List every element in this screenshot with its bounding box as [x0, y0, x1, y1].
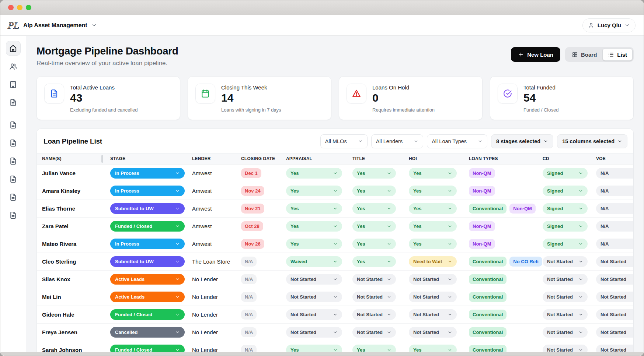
- appraisal-select[interactable]: Not Started: [286, 274, 342, 285]
- appraisal-select[interactable]: Yes: [286, 168, 342, 179]
- hoi-select[interactable]: Not Started: [409, 309, 457, 320]
- appraisal-select[interactable]: Yes: [286, 186, 342, 196]
- filter-8-stages-selected[interactable]: 8 stages selected: [491, 134, 553, 148]
- workspace-switcher[interactable]: PL Alp Asset Management: [6, 19, 97, 32]
- stage-select[interactable]: Submitted to UW: [110, 203, 185, 214]
- stage-select[interactable]: Active Leads: [110, 292, 185, 302]
- hoi-select[interactable]: Yes: [409, 239, 457, 249]
- user-menu[interactable]: Lucy Qiu: [582, 18, 636, 32]
- hoi-select[interactable]: Yes: [409, 168, 457, 179]
- voe-select[interactable]: N/A: [596, 203, 633, 214]
- column-header-closing-date[interactable]: CLOSING DATE: [236, 154, 281, 164]
- column-header-loan-types[interactable]: LOAN TYPES: [464, 154, 537, 164]
- title-select[interactable]: Not Started: [352, 327, 396, 338]
- title-select[interactable]: Yes: [352, 239, 396, 249]
- stage-select[interactable]: In Process: [110, 186, 185, 196]
- chevron-down-icon: [358, 139, 363, 144]
- voe-select[interactable]: N/A: [596, 186, 633, 196]
- cd-select[interactable]: Not Started: [543, 292, 588, 302]
- hoi-select[interactable]: Not Started: [409, 292, 457, 302]
- appraisal-select[interactable]: Yes: [286, 239, 342, 249]
- maximize-window-button[interactable]: [26, 5, 31, 10]
- hoi-select[interactable]: Yes: [409, 186, 457, 196]
- cd-select[interactable]: Not Started: [543, 256, 588, 267]
- sidebar-item-documents-7[interactable]: [6, 208, 21, 222]
- chevron-down-icon: [448, 188, 452, 193]
- sidebar-item-documents-5[interactable]: [6, 172, 21, 186]
- stage-select[interactable]: Cancelled: [110, 327, 185, 338]
- chevron-down-icon: [387, 242, 391, 246]
- title-select[interactable]: Not Started: [352, 292, 396, 302]
- sidebar-item-home[interactable]: [6, 41, 21, 56]
- stage-select[interactable]: Funded / Closed: [110, 221, 185, 232]
- new-loan-button[interactable]: New Loan: [511, 47, 560, 62]
- voe-select[interactable]: N/A: [596, 168, 633, 179]
- list-view-button[interactable]: List: [602, 48, 633, 61]
- appraisal-select[interactable]: Waived: [286, 256, 342, 267]
- filter-all-loan-types[interactable]: All Loan Types: [427, 134, 487, 148]
- filter-15-columns-selected[interactable]: 15 columns selected: [557, 134, 627, 148]
- voe-select[interactable]: Not Started: [596, 309, 633, 320]
- cd-select[interactable]: Signed: [543, 186, 588, 196]
- column-header-appraisal[interactable]: APPRAISAL: [281, 154, 347, 164]
- title-select[interactable]: Yes: [352, 186, 396, 196]
- hoi-select[interactable]: Yes: [409, 203, 457, 214]
- stage-select[interactable]: Active Leads: [110, 274, 185, 285]
- title-select[interactable]: Yes: [352, 256, 396, 267]
- hoi-select[interactable]: Need to Wait: [409, 256, 457, 267]
- column-header-cd[interactable]: CD: [537, 154, 591, 164]
- minimize-window-button[interactable]: [17, 5, 22, 10]
- chevron-down-icon: [387, 259, 391, 264]
- cd-select[interactable]: Signed: [543, 203, 588, 214]
- file-icon: [9, 98, 17, 107]
- board-view-button[interactable]: Board: [566, 48, 602, 61]
- title-select[interactable]: Not Started: [352, 309, 396, 320]
- hoi-select[interactable]: Not Started: [409, 327, 457, 338]
- cd-select[interactable]: Signed: [543, 221, 588, 232]
- cd-select[interactable]: Signed: [543, 239, 588, 249]
- title-select[interactable]: Yes: [352, 221, 396, 232]
- column-header-title[interactable]: TITLE: [347, 154, 404, 164]
- column-header-voe[interactable]: VOE: [591, 154, 634, 164]
- appraisal-select[interactable]: Not Started: [286, 309, 342, 320]
- cd-select[interactable]: Not Started: [543, 309, 588, 320]
- sidebar-item-companies[interactable]: [6, 77, 21, 92]
- lender-name: No Lender: [187, 329, 236, 335]
- voe-select[interactable]: Not Started: [596, 327, 633, 338]
- sidebar-item-contacts[interactable]: [6, 59, 21, 74]
- close-window-button[interactable]: [8, 5, 14, 10]
- appraisal-select[interactable]: Not Started: [286, 292, 342, 302]
- voe-select[interactable]: N/A: [596, 221, 633, 232]
- filter-all-lenders[interactable]: All Lenders: [371, 134, 424, 148]
- voe-select[interactable]: Not Started: [596, 292, 633, 302]
- filter-all-mlos[interactable]: All MLOs: [320, 134, 368, 148]
- appraisal-select[interactable]: Yes: [286, 221, 342, 232]
- cd-select[interactable]: Not Started: [543, 327, 588, 338]
- voe-select[interactable]: Not Started: [596, 274, 633, 285]
- column-header-stage[interactable]: STAGE: [105, 154, 187, 164]
- appraisal-select[interactable]: Yes: [286, 203, 342, 214]
- cd-select[interactable]: Not Started: [543, 274, 588, 285]
- sidebar-item-documents-3[interactable]: [6, 135, 21, 150]
- column-header-lender[interactable]: LENDER: [187, 154, 236, 164]
- hoi-select[interactable]: Yes: [409, 221, 457, 232]
- stage-select[interactable]: Submitted to UW: [110, 256, 185, 267]
- stage-select[interactable]: In Process: [110, 168, 185, 179]
- hoi-select[interactable]: Not Started: [409, 274, 457, 285]
- sidebar-item-documents-1[interactable]: [6, 95, 21, 110]
- title-select[interactable]: Yes: [352, 168, 396, 179]
- sidebar-item-documents-4[interactable]: [6, 154, 21, 168]
- appraisal-select[interactable]: Not Started: [286, 327, 342, 338]
- sidebar-item-documents-6[interactable]: [6, 190, 21, 204]
- title-select[interactable]: Not Started: [352, 274, 396, 285]
- loan-type-badges: ConventionalNo CO Refi: [464, 257, 537, 267]
- voe-select[interactable]: N/A: [596, 239, 633, 249]
- stage-select[interactable]: In Process: [110, 239, 185, 249]
- column-header-name-s[interactable]: NAME(S): [37, 154, 105, 164]
- sidebar-item-documents-2[interactable]: [6, 117, 21, 132]
- cd-select[interactable]: Signed: [543, 168, 588, 179]
- stage-select[interactable]: Funded / Closed: [110, 309, 185, 320]
- column-header-hoi[interactable]: HOI: [404, 154, 464, 164]
- voe-select[interactable]: Not Started: [596, 256, 633, 267]
- title-select[interactable]: Yes: [352, 203, 396, 214]
